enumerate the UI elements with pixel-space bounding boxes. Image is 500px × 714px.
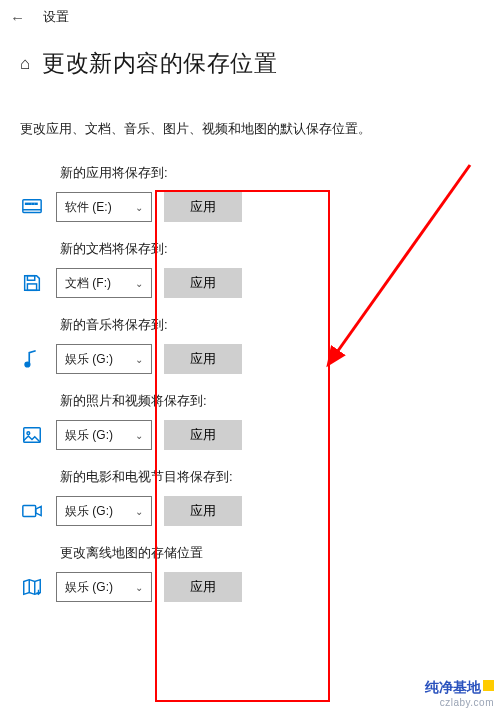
- label-movies: 新的电影和电视节目将保存到:: [60, 468, 500, 486]
- svg-rect-5: [35, 203, 37, 204]
- label-music: 新的音乐将保存到:: [60, 316, 500, 334]
- chevron-down-icon: ⌄: [135, 506, 143, 517]
- chevron-down-icon: ⌄: [135, 430, 143, 441]
- back-icon[interactable]: ←: [10, 9, 25, 26]
- svg-point-10: [27, 432, 30, 435]
- watermark: 纯净基地 czlaby.com: [425, 679, 494, 708]
- svg-rect-7: [27, 284, 36, 290]
- apply-button-maps[interactable]: 应用: [164, 572, 242, 602]
- page-subtitle: 更改应用、文档、音乐、图片、视频和地图的默认保存位置。: [0, 85, 500, 146]
- svg-rect-3: [29, 203, 31, 204]
- chevron-down-icon: ⌄: [135, 202, 143, 213]
- label-docs: 新的文档将保存到:: [60, 240, 500, 258]
- dropdown-value: 文档 (F:): [65, 275, 111, 292]
- watermark-square-icon: [483, 680, 494, 691]
- svg-rect-2: [26, 203, 28, 204]
- dropdown-movies[interactable]: 娱乐 (G:) ⌄: [56, 496, 152, 526]
- map-icon: [20, 575, 44, 599]
- svg-point-8: [25, 362, 30, 367]
- label-apps: 新的应用将保存到:: [60, 164, 500, 182]
- dropdown-music[interactable]: 娱乐 (G:) ⌄: [56, 344, 152, 374]
- svg-rect-0: [23, 200, 41, 213]
- label-photos: 新的照片和视频将保存到:: [60, 392, 500, 410]
- setting-apps: 新的应用将保存到: 软件 (E:) ⌄ 应用: [0, 146, 500, 222]
- dropdown-value: 娱乐 (G:): [65, 579, 113, 596]
- dropdown-value: 娱乐 (G:): [65, 503, 113, 520]
- dropdown-value: 娱乐 (G:): [65, 351, 113, 368]
- video-icon: [20, 499, 44, 523]
- music-icon: [20, 347, 44, 371]
- setting-docs: 新的文档将保存到: 文档 (F:) ⌄ 应用: [0, 222, 500, 298]
- svg-rect-11: [23, 506, 36, 517]
- svg-rect-4: [32, 203, 34, 204]
- page-title: 更改新内容的保存位置: [42, 48, 277, 79]
- apply-button-photos[interactable]: 应用: [164, 420, 242, 450]
- dropdown-apps[interactable]: 软件 (E:) ⌄: [56, 192, 152, 222]
- apply-button-movies[interactable]: 应用: [164, 496, 242, 526]
- setting-maps: 更改离线地图的存储位置 娱乐 (G:) ⌄ 应用: [0, 526, 500, 602]
- chevron-down-icon: ⌄: [135, 354, 143, 365]
- save-icon: [20, 271, 44, 295]
- image-icon: [20, 423, 44, 447]
- dropdown-value: 娱乐 (G:): [65, 427, 113, 444]
- chevron-down-icon: ⌄: [135, 582, 143, 593]
- apply-button-apps[interactable]: 应用: [164, 192, 242, 222]
- settings-title: 设置: [43, 8, 69, 26]
- setting-music: 新的音乐将保存到: 娱乐 (G:) ⌄ 应用: [0, 298, 500, 374]
- apply-button-docs[interactable]: 应用: [164, 268, 242, 298]
- dropdown-value: 软件 (E:): [65, 199, 112, 216]
- apply-button-music[interactable]: 应用: [164, 344, 242, 374]
- setting-movies: 新的电影和电视节目将保存到: 娱乐 (G:) ⌄ 应用: [0, 450, 500, 526]
- dropdown-maps[interactable]: 娱乐 (G:) ⌄: [56, 572, 152, 602]
- label-maps: 更改离线地图的存储位置: [60, 544, 500, 562]
- dropdown-photos[interactable]: 娱乐 (G:) ⌄: [56, 420, 152, 450]
- chevron-down-icon: ⌄: [135, 278, 143, 289]
- home-icon[interactable]: ⌂: [20, 54, 30, 74]
- dropdown-docs[interactable]: 文档 (F:) ⌄: [56, 268, 152, 298]
- setting-photos: 新的照片和视频将保存到: 娱乐 (G:) ⌄ 应用: [0, 374, 500, 450]
- apps-icon: [20, 195, 44, 219]
- svg-rect-6: [27, 276, 34, 281]
